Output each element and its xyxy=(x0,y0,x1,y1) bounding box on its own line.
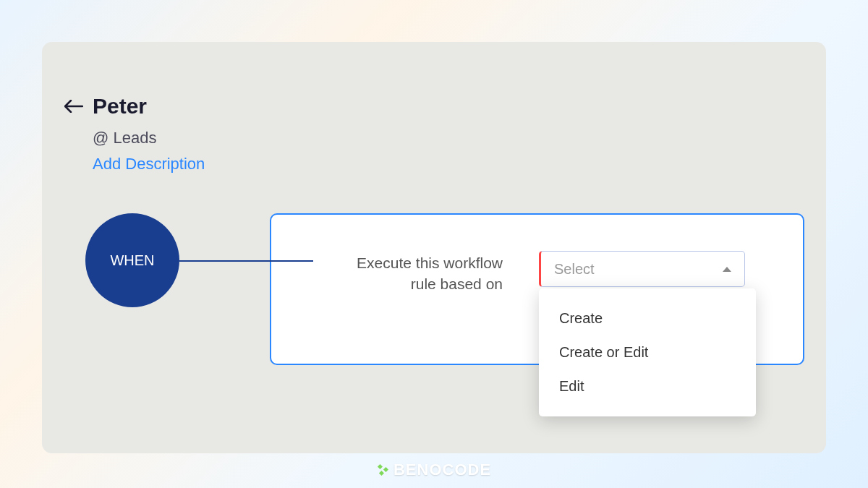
dropdown-option-create[interactable]: Create xyxy=(539,301,756,335)
dropdown-option-edit[interactable]: Edit xyxy=(539,369,756,403)
dropdown-option-create-or-edit[interactable]: Create or Edit xyxy=(539,335,756,369)
connector-line xyxy=(179,260,313,262)
workflow-when-row: WHEN Execute this workflow rule based on… xyxy=(64,213,804,307)
svg-rect-2 xyxy=(379,471,384,476)
select-placeholder: Select xyxy=(554,261,595,278)
header-row: Peter xyxy=(64,94,804,119)
when-node[interactable]: WHEN xyxy=(85,213,179,307)
brand-logo: BENOCODE xyxy=(377,461,491,479)
back-arrow-button[interactable] xyxy=(64,98,84,115)
trigger-select-wrapper: Select Create Create or Edit Edit xyxy=(539,251,745,287)
add-description-link[interactable]: Add Description xyxy=(93,155,804,174)
arrow-left-icon xyxy=(64,100,83,113)
page-title: Peter xyxy=(93,94,147,119)
rule-label: Execute this workflow rule based on xyxy=(329,252,503,295)
trigger-select[interactable]: Select xyxy=(539,251,745,287)
brand-logo-icon xyxy=(377,463,390,476)
brand-name: BENOCODE xyxy=(393,461,491,479)
rule-config-panel: Execute this workflow rule based on Sele… xyxy=(270,213,804,365)
trigger-dropdown-menu: Create Create or Edit Edit xyxy=(539,288,756,416)
svg-rect-1 xyxy=(383,467,388,472)
module-label: @ Leads xyxy=(93,129,804,147)
workflow-editor-panel: Peter @ Leads Add Description WHEN Execu… xyxy=(42,42,826,453)
svg-rect-0 xyxy=(378,464,383,469)
chevron-up-icon xyxy=(723,267,731,272)
